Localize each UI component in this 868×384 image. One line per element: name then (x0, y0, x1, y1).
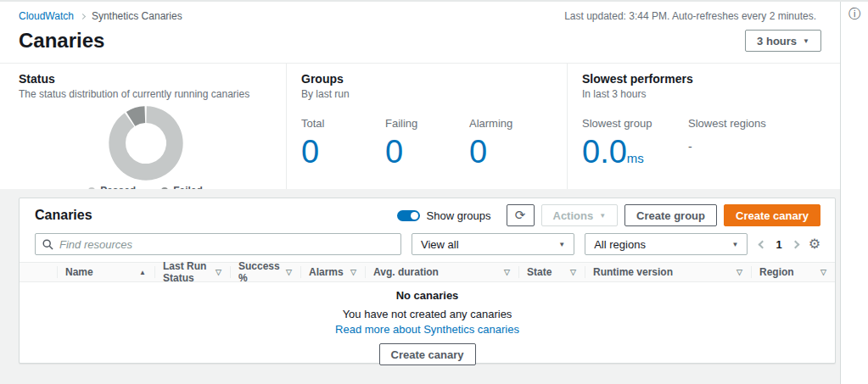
metric-failing: Failing 0 (385, 117, 469, 169)
main-content: CloudWatch Synthetics Canaries Last upda… (0, 2, 840, 384)
sort-ascending-icon: ▲ (139, 269, 146, 276)
search-box (35, 233, 401, 255)
content-area: Canaries Show groups ⟳ Actions ▼ (0, 189, 840, 384)
groups-metrics: Total 0 Failing 0 Alarming 0 (301, 117, 553, 169)
view-filter-select[interactable]: View all ▼ (412, 233, 574, 255)
previous-page-icon[interactable] (759, 240, 767, 248)
donut-svg (106, 103, 186, 183)
page-title: Canaries (19, 29, 104, 53)
caret-down-icon: ▼ (558, 241, 565, 248)
view-filter-value: View all (421, 238, 459, 251)
empty-state-create-canary-button[interactable]: Create canary (379, 343, 476, 365)
breadcrumb-cloudwatch-link[interactable]: CloudWatch (19, 10, 74, 22)
metric-total-value[interactable]: 0 (301, 135, 385, 169)
caret-down-icon: ▼ (599, 212, 606, 220)
column-avg-duration[interactable]: Avg. duration ▽ (366, 266, 518, 278)
caret-down-icon: ▼ (803, 37, 809, 45)
empty-state-message: You have not created any canaries (343, 308, 512, 320)
page: CloudWatch Synthetics Canaries Last upda… (0, 0, 868, 384)
region-filter-value: All regions (594, 238, 646, 251)
dashboard: Status The status distribution of curren… (0, 64, 840, 189)
slowest-title: Slowest performers (582, 72, 826, 86)
column-last-run-status-label: Last Run Status (163, 260, 216, 284)
next-page-icon[interactable] (791, 240, 799, 248)
table-filter-row: View all ▼ All regions ▼ 1 ⚙ (20, 231, 835, 255)
donut-passed-segment (117, 114, 175, 172)
metric-alarming-value[interactable]: 0 (469, 135, 553, 169)
sort-icon: ▽ (350, 268, 356, 276)
donut-failed-segment (131, 114, 145, 119)
last-updated-text: Last updated: 3:44 PM. Auto-refreshes ev… (564, 10, 820, 22)
breadcrumb-chevron-icon (80, 13, 86, 19)
region-filter-select[interactable]: All regions ▼ (585, 233, 748, 255)
sort-icon: ▽ (286, 268, 292, 276)
slowest-group-number: 0.0 (582, 134, 627, 170)
column-last-run-status[interactable]: Last Run Status ▽ (155, 260, 230, 284)
info-icon[interactable]: ⓘ (848, 8, 860, 19)
column-success-label: Success % (238, 260, 286, 284)
actions-label: Actions (553, 209, 594, 222)
breadcrumb-current: Synthetics Canaries (92, 10, 182, 22)
table-title: Canaries (35, 208, 92, 223)
column-runtime-version[interactable]: Runtime version ▽ (585, 266, 751, 278)
pagination: 1 ⚙ (759, 237, 820, 251)
actions-button[interactable]: Actions ▼ (541, 204, 619, 226)
column-region[interactable]: Region ▽ (752, 266, 835, 278)
sort-icon: ▽ (570, 268, 576, 276)
slowest-regions-value: - (688, 140, 826, 153)
status-subtitle: The status distribution of currently run… (19, 88, 272, 100)
table-empty-state: No canaries You have not created any can… (20, 282, 835, 365)
metric-alarming-label: Alarming (469, 117, 553, 130)
create-group-button[interactable]: Create group (624, 204, 717, 226)
metric-alarming: Alarming 0 (469, 117, 553, 169)
show-groups-toggle[interactable] (397, 210, 420, 221)
column-runtime-version-label: Runtime version (593, 266, 673, 278)
sort-icon: ▽ (504, 268, 510, 276)
create-canary-button[interactable]: Create canary (724, 204, 820, 226)
refresh-icon: ⟳ (515, 208, 526, 223)
slowest-regions-label: Slowest regions (688, 117, 826, 130)
slowest-regions-metric: Slowest regions - (688, 117, 826, 175)
slowest-performers-section: Slowest performers In last 3 hours Slowe… (567, 64, 840, 189)
status-donut-chart (106, 103, 186, 183)
status-title: Status (19, 72, 272, 86)
metric-failing-label: Failing (385, 117, 469, 130)
toggle-knob (411, 212, 418, 220)
time-range-button[interactable]: 3 hours ▼ (745, 30, 821, 52)
table-settings-gear-icon[interactable]: ⚙ (809, 237, 820, 251)
metric-failing-value[interactable]: 0 (385, 135, 469, 169)
table-controls: Show groups ⟳ Actions ▼ Create group Cre… (397, 204, 820, 226)
column-state-label: State (527, 266, 552, 278)
column-region-label: Region (759, 266, 794, 278)
metric-total-label: Total (301, 117, 385, 130)
help-panel-rail: ⓘ (840, 2, 868, 384)
column-state[interactable]: State ▽ (519, 266, 585, 278)
empty-state-title: No canaries (396, 289, 459, 302)
time-range-label: 3 hours (757, 35, 797, 47)
page-number[interactable]: 1 (776, 238, 781, 251)
slowest-group-metric: Slowest group 0.0ms (582, 117, 688, 175)
search-input[interactable] (59, 238, 394, 251)
column-avg-duration-label: Avg. duration (373, 266, 439, 278)
sort-icon: ▽ (820, 268, 826, 276)
search-icon (42, 239, 53, 250)
read-more-link[interactable]: Read more about Synthetics canaries (335, 323, 519, 336)
column-name-label: Name (65, 266, 93, 278)
groups-subtitle: By last run (301, 88, 553, 100)
slowest-group-label: Slowest group (582, 117, 688, 130)
metric-total: Total 0 (301, 117, 385, 169)
column-alarms-label: Alarms (309, 266, 344, 278)
page-header: Canaries 3 hours ▼ (0, 22, 840, 64)
groups-section: Groups By last run Total 0 Failing 0 Ala… (286, 64, 567, 189)
slowest-group-value[interactable]: 0.0ms (582, 135, 688, 175)
column-alarms[interactable]: Alarms ▽ (301, 266, 365, 278)
column-name[interactable]: Name ▲ (58, 266, 154, 278)
groups-title: Groups (301, 72, 553, 86)
sort-icon: ▽ (216, 268, 221, 276)
sort-icon: ▽ (736, 268, 742, 276)
breadcrumb: CloudWatch Synthetics Canaries Last upda… (0, 2, 840, 22)
column-success[interactable]: Success % ▽ (231, 260, 300, 284)
refresh-button[interactable]: ⟳ (507, 204, 535, 226)
canaries-table-card: Canaries Show groups ⟳ Actions ▼ (19, 198, 836, 364)
status-section: Status The status distribution of curren… (0, 64, 286, 189)
